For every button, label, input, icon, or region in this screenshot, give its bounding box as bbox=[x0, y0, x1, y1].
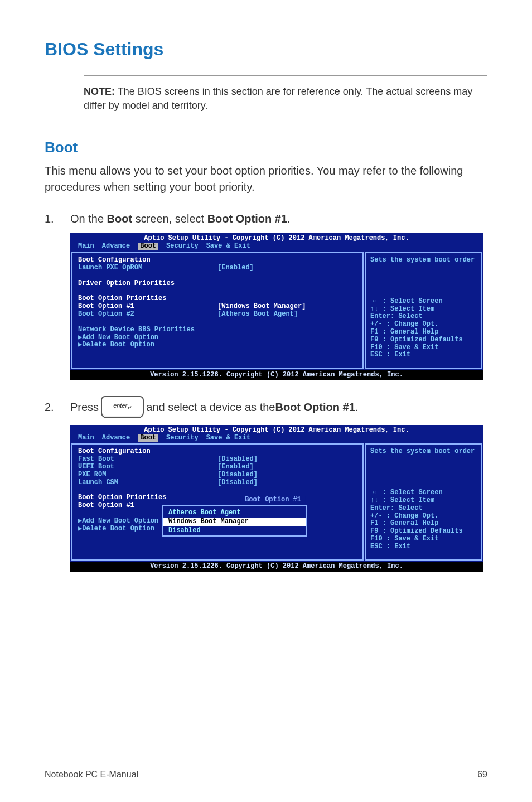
tab-main: Main bbox=[78, 434, 94, 442]
note-box: NOTE: The BIOS screens in this section a… bbox=[84, 75, 487, 122]
fast-boot-label: Fast Boot bbox=[78, 456, 217, 463]
launch-pxe-label: Launch PXE OpROM bbox=[78, 264, 217, 272]
bios-tabs: Main Advance Boot Security Save & Exit bbox=[70, 243, 483, 252]
add-new-label: Add New Boot Option bbox=[82, 518, 158, 525]
boot-option-popup: Boot Option #1 Atheros Boot Agent Window… bbox=[162, 505, 307, 536]
step-text-d: . bbox=[355, 399, 359, 415]
help-l8: ESC : Exit bbox=[370, 351, 476, 359]
tab-advance: Advance bbox=[102, 434, 130, 442]
launch-csm-label: Launch CSM bbox=[78, 479, 217, 487]
bios-left-pane: Boot Configuration Fast Boot[Disabled] U… bbox=[71, 443, 364, 561]
chevron-right-icon: ▶ bbox=[78, 525, 82, 533]
help-l6: F9 : Optimized Defaults bbox=[370, 336, 476, 344]
step-text-c: Boot Option #1 bbox=[275, 399, 355, 415]
step-text: On the Boot screen, select Boot Option #… bbox=[70, 211, 487, 226]
help-l7: F10 : Save & Exit bbox=[370, 535, 476, 543]
bios-screenshot-1: Aptio Setup Utility - Copyright (C) 2012… bbox=[70, 233, 483, 380]
boot-opt2-val: [Atheros Boot Agent] bbox=[217, 311, 298, 318]
step-1: 1. On the Boot screen, select Boot Optio… bbox=[45, 211, 487, 226]
tab-advance: Advance bbox=[102, 243, 130, 250]
tab-main: Main bbox=[78, 243, 94, 250]
boot-config-label: Boot Configuration bbox=[78, 448, 217, 456]
boot-prio-label: Boot Option Priorities bbox=[78, 295, 217, 303]
step-number: 1. bbox=[45, 211, 70, 226]
net-bbs-label: Network Device BBS Priorities bbox=[78, 326, 195, 334]
boot-config-label: Boot Configuration bbox=[78, 257, 217, 264]
help-l8: ESC : Exit bbox=[370, 543, 476, 551]
page-number: 69 bbox=[477, 770, 487, 780]
help-l5: F1 : General Help bbox=[370, 328, 476, 336]
help-l7: F10 : Save & Exit bbox=[370, 344, 476, 352]
help-l1: →← : Select Screen bbox=[370, 298, 476, 306]
step-number: 2. bbox=[45, 399, 70, 415]
page-title: BIOS Settings bbox=[45, 39, 487, 60]
tab-security: Security bbox=[166, 434, 199, 442]
bios-left-pane: Boot Configuration Launch PXE OpROM[Enab… bbox=[71, 252, 364, 369]
chevron-right-icon: ▶ bbox=[78, 518, 82, 525]
note-text: The BIOS screens in this section are for… bbox=[84, 86, 472, 111]
delete-label: Delete Boot Option bbox=[82, 341, 154, 349]
popup-item: Atheros Boot Agent bbox=[163, 509, 306, 518]
help-desc: Sets the system boot order bbox=[370, 448, 476, 456]
help-l1: →← : Select Screen bbox=[370, 489, 476, 497]
help-l5: F1 : General Help bbox=[370, 520, 476, 528]
boot-heading: Boot bbox=[45, 139, 487, 156]
help-l3: Enter: Select bbox=[370, 505, 476, 513]
launch-csm-val: [Disabled] bbox=[217, 479, 258, 487]
help-l2: ↑↓ : Select Item bbox=[370, 306, 476, 313]
bios-title: Aptio Setup Utility - Copyright (C) 2012… bbox=[70, 233, 483, 243]
fast-boot-val: [Disabled] bbox=[217, 456, 258, 463]
popup-item: Disabled bbox=[163, 526, 306, 535]
help-l6: F9 : Optimized Defaults bbox=[370, 528, 476, 535]
tab-save-exit: Save & Exit bbox=[206, 434, 250, 442]
bios-footer: Version 2.15.1226. Copyright (C) 2012 Am… bbox=[70, 562, 483, 572]
add-new-label: Add New Boot Option bbox=[82, 334, 158, 342]
pxe-rom-label: PXE ROM bbox=[78, 471, 217, 479]
uefi-boot-val: [Enabled] bbox=[217, 463, 254, 471]
boot-opt2-label: Boot Option #2 bbox=[78, 311, 217, 318]
tab-security: Security bbox=[166, 243, 199, 250]
page-footer: Notebook PC E-Manual 69 bbox=[45, 764, 487, 780]
popup-item-selected: Windows Boot Manager bbox=[163, 518, 306, 526]
pxe-rom-val: [Disabled] bbox=[217, 471, 258, 479]
note-label: NOTE: bbox=[84, 86, 115, 97]
boot-opt1-label: Boot Option #1 bbox=[78, 303, 217, 311]
step-text-b: and select a device as the bbox=[146, 399, 275, 415]
help-desc: Sets the system boot order bbox=[370, 257, 476, 264]
step-text-a: Press bbox=[70, 399, 99, 415]
chevron-right-icon: ▶ bbox=[78, 341, 82, 349]
bios-help-pane: Sets the system boot order →← : Select S… bbox=[365, 443, 482, 561]
tab-boot: Boot bbox=[138, 243, 158, 250]
driver-prio-label: Driver Option Priorities bbox=[78, 280, 217, 288]
footer-title: Notebook PC E-Manual bbox=[45, 770, 138, 780]
tab-save-exit: Save & Exit bbox=[206, 243, 250, 250]
launch-pxe-val: [Enabled] bbox=[217, 264, 254, 272]
uefi-boot-label: UEFI Boot bbox=[78, 463, 217, 471]
bios-title: Aptio Setup Utility - Copyright (C) 2012… bbox=[70, 425, 483, 434]
bios-screenshot-2: Aptio Setup Utility - Copyright (C) 2012… bbox=[70, 425, 483, 572]
bios-help-pane: Sets the system boot order →← : Select S… bbox=[365, 252, 482, 369]
bios-footer: Version 2.15.1226. Copyright (C) 2012 Am… bbox=[70, 370, 483, 380]
popup-title: Boot Option #1 bbox=[240, 496, 306, 504]
chevron-right-icon: ▶ bbox=[78, 334, 82, 342]
help-l2: ↑↓ : Select Item bbox=[370, 497, 476, 505]
delete-label: Delete Boot Option bbox=[82, 525, 154, 533]
bios-tabs: Main Advance Boot Security Save & Exit bbox=[70, 434, 483, 444]
help-l4: +/- : Change Opt. bbox=[370, 513, 476, 520]
step-2: 2. Press enter↵ and select a device as t… bbox=[45, 396, 487, 418]
help-l4: +/- : Change Opt. bbox=[370, 321, 476, 328]
boot-opt1-val: [Windows Boot Manager] bbox=[217, 303, 306, 311]
help-l3: Enter: Select bbox=[370, 313, 476, 321]
boot-intro: This menu allows you to set your boot op… bbox=[45, 163, 487, 195]
enter-key-icon: enter↵ bbox=[101, 396, 144, 418]
tab-boot: Boot bbox=[138, 434, 158, 442]
